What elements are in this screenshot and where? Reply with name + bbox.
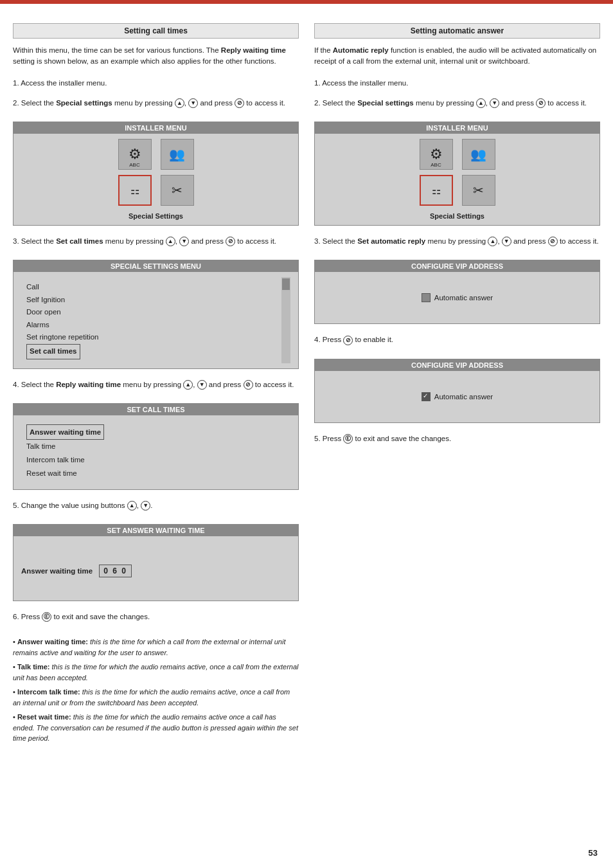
set-call-talk-time: Talk time [26, 440, 285, 453]
down-arrow-sym-r1: ▼ [490, 98, 499, 108]
notes-section: • Answer waiting time: this is the time … [13, 637, 299, 748]
installer-menu-icons-1: ⚙ ABC 👥 ⚏ ✂ [13, 134, 298, 225]
up-arrow-sym-4: ▲ [127, 501, 137, 511]
menu-item-door-open: Door open [26, 306, 276, 319]
auto-answer-label-1: Automatic answer [434, 294, 493, 302]
exit-sym-left: Ⓔ [42, 612, 51, 622]
menu-list-items: Call Self Ignition Door open Alarms Set … [21, 277, 281, 363]
right-step4: 4. Press ⊘ to enable it. [314, 334, 600, 345]
menu-item-set-call-times: Set call times [26, 344, 80, 359]
up-arrow-sym-r1: ▲ [476, 98, 486, 108]
installer-icons-row-r2: ⚏ ✂ [420, 175, 495, 206]
answer-waiting-content: Answer waiting time 0 6 0 [13, 536, 298, 601]
answer-waiting-label: Answer waiting time [21, 567, 93, 575]
down-arrow-sym-2: ▼ [179, 237, 189, 246]
down-arrow-sym-4: ▼ [141, 501, 150, 511]
set-call-times-box: SET CALL TIMES Answer waiting time Talk … [13, 403, 299, 490]
left-column: Setting call times Within this menu, the… [13, 23, 299, 849]
right-step1: 1. Access the installer menu. [314, 78, 600, 89]
ok-sym-3: ⊘ [244, 380, 253, 390]
answer-waiting-row: Answer waiting time 0 6 0 [21, 565, 290, 577]
down-arrow-sym-3: ▼ [197, 380, 207, 390]
installer-menu-title-1: INSTALLER MENU [13, 122, 298, 134]
ok-sym-r2: ⊘ [548, 237, 558, 246]
auto-answer-checkbox-1 [422, 293, 431, 302]
people-icon-box-right: 👥 [462, 139, 495, 170]
set-call-times-title: SET CALL TIMES [13, 404, 298, 415]
menu-list-scroll: Call Self Ignition Door open Alarms Set … [21, 277, 290, 363]
ok-sym-r1: ⊘ [536, 98, 546, 108]
down-arrow-sym-r2: ▼ [502, 237, 511, 246]
exit-sym-right: Ⓔ [343, 434, 353, 444]
ok-sym-r3: ⊘ [343, 336, 353, 345]
right-column: Setting automatic answer If the Automati… [314, 23, 600, 849]
left-step2: 2. Select the Special settings menu by p… [13, 98, 299, 109]
installer-icons-row-1: ⚙ ABC 👥 [118, 139, 194, 170]
right-step2: 2. Select the Special settings menu by p… [314, 98, 600, 109]
scrollbar-thumb-1 [282, 278, 290, 290]
installer-menu-title-right: INSTALLER MENU [315, 122, 600, 134]
left-step3: 3. Select the Set call times menu by pre… [13, 236, 299, 247]
special-settings-menu-box: SPECIAL SETTINGS MENU Call Self Ignition… [13, 260, 299, 368]
scissors-icon-box-1: ✂ [161, 175, 194, 206]
down-arrow-sym-1: ▼ [188, 98, 198, 108]
left-intro: Within this menu, the time can be set fo… [13, 45, 299, 68]
special-settings-list: Call Self Ignition Door open Alarms Set … [21, 277, 281, 363]
note-talk-time: • Talk time: this is the time for which … [13, 662, 299, 683]
up-arrow-sym-r2: ▲ [488, 237, 497, 246]
set-auto-reply-bold: Set automatic reply [357, 237, 425, 245]
left-section-title: Setting call times [13, 23, 299, 39]
automatic-reply-bold: Automatic reply [333, 46, 389, 54]
installer-menu-box-1: INSTALLER MENU ⚙ ABC 👥 ⚏ [13, 122, 299, 226]
installer-menu-box-right: INSTALLER MENU ⚙ ABC 👥 ⚏ [314, 122, 600, 226]
left-step6: 6. Press Ⓔ to exit and save the changes. [13, 611, 299, 622]
special-settings-label-1: Special Settings [129, 212, 183, 220]
set-call-times-content: Answer waiting time Talk time Intercom t… [13, 415, 298, 489]
configure-vip-content-1: Automatic answer [315, 272, 600, 323]
up-arrow-sym-1: ▲ [175, 98, 184, 108]
up-arrow-sym-2: ▲ [166, 237, 175, 246]
note-answer-waiting: • Answer waiting time: this is the time … [13, 637, 299, 658]
page-number: 53 [589, 848, 598, 858]
auto-answer-label-2: Automatic answer [434, 393, 493, 401]
installer-icons-row-2: ⚏ ✂ [118, 175, 194, 206]
special-settings-menu-content: Call Self Ignition Door open Alarms Set … [13, 272, 298, 368]
reply-waiting-time-bold: Reply waiting time [56, 381, 121, 388]
note-reset: • Reset wait time: this is the time for … [13, 712, 299, 744]
special-settings-icon-box-right: ⚏ [420, 175, 453, 206]
right-step3: 3. Select the Set automatic reply menu b… [314, 236, 600, 247]
menu-item-call: Call [26, 281, 276, 294]
up-arrow-sym-3: ▲ [183, 380, 193, 390]
set-call-answer-waiting: Answer waiting time [26, 424, 104, 440]
left-step5: 5. Change the value using buttons ▲, ▼. [13, 500, 299, 511]
special-settings-icon-box-1: ⚏ [118, 175, 152, 206]
configure-vip-box-1: CONFIGURE VIP ADDRESS Automatic answer [314, 260, 600, 324]
scrollbar-1 [281, 277, 290, 363]
configure-vip-title-1: CONFIGURE VIP ADDRESS [315, 260, 600, 272]
people-icon-box-1: 👥 [161, 139, 194, 170]
installer-icons-row-r1: ⚙ ABC 👥 [420, 139, 495, 170]
special-settings-bold-r: Special settings [357, 99, 414, 107]
right-intro: If the Automatic reply function is enabl… [314, 45, 600, 68]
set-call-reset: Reset wait time [26, 467, 285, 480]
auto-answer-item-1: Automatic answer [422, 293, 493, 302]
ok-sym-1: ⊘ [235, 98, 244, 108]
special-settings-label-right: Special Settings [430, 212, 484, 220]
left-step1: 1. Access the installer menu. [13, 78, 299, 89]
menu-item-self-ignition: Self Ignition [26, 294, 276, 307]
note-intercom: • Intercom talk time: this is the time f… [13, 687, 299, 708]
menu-item-ringtone: Set ringtone repetition [26, 331, 276, 344]
auto-answer-checkbox-2 [422, 392, 431, 401]
set-call-times-bold: Set call times [56, 237, 103, 245]
configure-vip-title-2: CONFIGURE VIP ADDRESS [315, 359, 600, 371]
set-call-intercom: Intercom talk time [26, 453, 285, 467]
ok-sym-2: ⊘ [226, 237, 235, 246]
installer-menu-icons-right: ⚙ ABC 👥 ⚏ ✂ [315, 134, 600, 225]
menu-item-alarms: Alarms [26, 319, 276, 332]
special-settings-menu-title: SPECIAL SETTINGS MENU [13, 260, 298, 272]
left-step4: 4. Select the Reply waiting time menu by… [13, 379, 299, 390]
settings-icon-box-1: ⚙ ABC [118, 139, 152, 170]
configure-vip-box-2: CONFIGURE VIP ADDRESS Automatic answer [314, 359, 600, 423]
configure-vip-content-2: Automatic answer [315, 371, 600, 422]
auto-answer-item-2: Automatic answer [422, 392, 493, 401]
